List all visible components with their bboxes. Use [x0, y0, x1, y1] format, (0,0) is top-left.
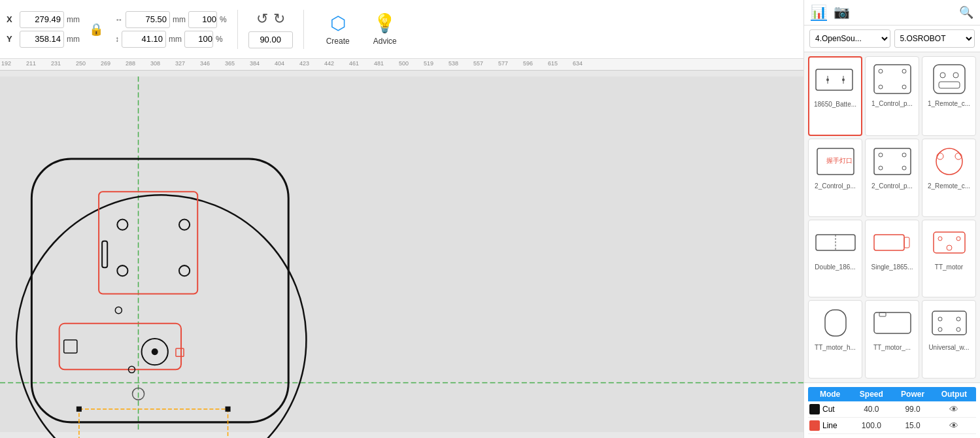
shape-label-double: Double_186... — [815, 263, 855, 271]
mode-speed-cut: 40.0 — [851, 405, 892, 414]
shape-item-double[interactable]: Double_186... — [808, 220, 862, 298]
svg-point-33 — [879, 69, 883, 73]
svg-point-63 — [938, 317, 942, 321]
ruler-mark: 577 — [498, 60, 508, 67]
action-group: ⬡ Create 💡 Advice — [320, 10, 403, 48]
svg-point-46 — [879, 166, 883, 170]
eye-icon-line[interactable]: 👁 — [949, 420, 958, 431]
shape-label-universal: Universal_w... — [928, 344, 969, 351]
ruler-mark: 538 — [448, 60, 458, 67]
svg-point-65 — [938, 328, 942, 331]
svg-point-48 — [936, 148, 962, 175]
svg-rect-22 — [76, 407, 82, 412]
shape-grid: 18650_Batte... 1_Control_p... — [804, 52, 980, 382]
ruler-mark: 615 — [548, 60, 558, 67]
height-pct-input[interactable] — [184, 31, 213, 48]
width-pct-input[interactable] — [188, 11, 217, 28]
shape-canvas-ttmotorx — [869, 303, 916, 343]
shape-canvas-battery — [812, 60, 859, 99]
ruler-mark: 481 — [374, 60, 384, 67]
mode-col-mode: Mode — [809, 390, 851, 399]
ruler-mark: 365 — [225, 60, 235, 67]
ruler-mark: 346 — [200, 60, 210, 67]
svg-rect-54 — [904, 237, 909, 248]
shape-item-remote1[interactable]: 1_Remote_c... — [922, 56, 976, 136]
shape-item-control2b[interactable]: 2_Control_p... — [865, 139, 919, 217]
search-icon[interactable]: 🔍 — [959, 5, 973, 20]
dropdown2[interactable]: 5.OSROBOT — [894, 29, 975, 48]
ruler-mark: 211 — [26, 60, 36, 67]
rotate-ccw-icon[interactable]: ↺ — [256, 10, 268, 27]
svg-point-34 — [902, 69, 906, 73]
svg-text:握手灯口: 握手灯口 — [826, 157, 853, 164]
y-input[interactable] — [20, 31, 64, 48]
shape-item-ttmotor[interactable]: TT_motor — [922, 220, 976, 298]
create-icon: ⬡ — [330, 12, 346, 34]
svg-rect-27 — [816, 69, 853, 90]
svg-point-49 — [937, 153, 943, 160]
shape-item-single[interactable]: Single_1865... — [865, 220, 919, 298]
canvas-svg — [0, 71, 803, 438]
ruler-mark: 308 — [150, 60, 160, 67]
x-input[interactable] — [20, 11, 64, 28]
svg-point-47 — [902, 166, 906, 170]
svg-rect-32 — [874, 65, 911, 93]
svg-point-44 — [879, 153, 883, 157]
mode-name-cut: Cut — [822, 405, 835, 414]
dropdown1[interactable]: 4.OpenSou... — [809, 29, 890, 48]
ruler-mark: 192 — [1, 60, 11, 67]
svg-point-38 — [940, 73, 945, 78]
svg-rect-40 — [939, 82, 960, 88]
mode-output-line[interactable]: 👁 — [934, 420, 975, 431]
ruler-mark: 404 — [275, 60, 284, 67]
svg-rect-55 — [934, 232, 965, 253]
height-unit: mm — [169, 35, 182, 44]
mode-table: Mode Speed Power Output Cut 40.0 99.0 👁 … — [804, 382, 980, 438]
svg-point-50 — [955, 153, 962, 160]
divider1 — [237, 10, 238, 49]
ruler-mark: 250 — [76, 60, 86, 67]
mode-power-line: 15.0 — [892, 421, 934, 430]
panel-dropdowns: 4.OpenSou... 5.OSROBOT — [804, 25, 980, 52]
svg-rect-59 — [825, 310, 846, 336]
lock-icon[interactable]: 🔒 — [86, 20, 106, 39]
shape-label-remote2: 2_Remote_c... — [928, 182, 970, 190]
create-button[interactable]: ⬡ Create — [320, 10, 356, 48]
divider2 — [303, 10, 304, 49]
canvas-area[interactable] — [0, 71, 803, 438]
panel-icon-camera[interactable]: 📷 — [834, 4, 850, 21]
shape-label-remote1: 1_Remote_c... — [928, 100, 970, 107]
shape-label-single: Single_1865... — [871, 263, 913, 271]
shape-item-battery[interactable]: 18650_Batte... — [808, 56, 862, 136]
width-input[interactable] — [126, 11, 170, 28]
shape-label-control2a: 2_Control_p... — [815, 182, 856, 190]
right-panel: 📊 📷 🔍 4.OpenSou... 5.OSROBOT — [803, 0, 980, 438]
shape-item-remote2[interactable]: 2_Remote_c... — [922, 139, 976, 217]
eye-icon-cut[interactable]: 👁 — [949, 404, 958, 414]
shape-label-control1: 1_Control_p... — [871, 100, 913, 107]
svg-point-39 — [953, 73, 958, 78]
advice-label: Advice — [373, 37, 397, 46]
shape-item-control1[interactable]: 1_Control_p... — [865, 56, 919, 136]
rotate-input[interactable] — [248, 31, 293, 48]
mode-header: Mode Speed Power Output — [808, 387, 976, 401]
x-label: X — [7, 14, 17, 24]
size-group: ↔ mm % ↕ mm % — [115, 11, 227, 48]
mode-output-cut[interactable]: 👁 — [934, 404, 975, 414]
ruler-mark: 500 — [399, 60, 409, 67]
advice-button[interactable]: 💡 Advice — [367, 10, 403, 48]
panel-topbar-icons: 📊 📷 — [811, 4, 850, 21]
ruler-mark: 269 — [101, 60, 110, 67]
svg-point-35 — [879, 85, 883, 89]
shape-item-universal[interactable]: Universal_w... — [922, 300, 976, 379]
shape-label-ttmotorh: TT_motor_h... — [815, 344, 856, 351]
height-arrow-icon: ↕ — [115, 35, 119, 44]
shape-label-ttmotorx: TT_motor_... — [873, 344, 911, 351]
height-input[interactable] — [122, 31, 166, 48]
ruler-mark: 231 — [51, 60, 61, 67]
shape-item-control2a[interactable]: 握手灯口 2_Control_p... — [808, 139, 862, 217]
shape-item-ttmotorh[interactable]: TT_motor_h... — [808, 300, 862, 379]
shape-item-ttmotorx[interactable]: TT_motor_... — [865, 300, 919, 379]
panel-icon-chart[interactable]: 📊 — [811, 4, 827, 21]
rotate-cw-icon[interactable]: ↻ — [273, 10, 285, 27]
